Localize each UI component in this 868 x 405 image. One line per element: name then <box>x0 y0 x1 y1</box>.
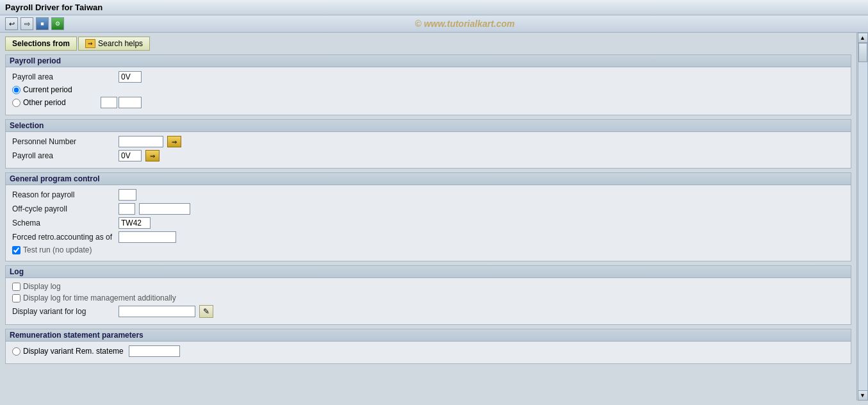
scrollbar: ▲ ▼ <box>856 33 868 401</box>
scroll-up-arrow[interactable]: ▲ <box>858 33 868 43</box>
display-log-time-checkbox[interactable] <box>12 294 20 302</box>
arrow-right-icon: ⇒ <box>85 39 95 48</box>
reason-for-payroll-row: Reason for payroll <box>12 189 844 201</box>
scroll-thumb[interactable] <box>858 43 867 62</box>
selection-payroll-area-label: Payroll area <box>12 151 115 160</box>
reason-for-payroll-label: Reason for payroll <box>12 190 115 199</box>
general-program-control-header: General program control <box>6 173 851 185</box>
display-variant-edit-btn[interactable]: ✎ <box>199 305 213 318</box>
payroll-period-section: Payroll period Payroll area Current peri… <box>5 54 851 115</box>
other-period-radio[interactable] <box>12 99 20 107</box>
selection-header: Selection <box>6 120 851 132</box>
off-cycle-payroll-row: Off-cycle payroll <box>12 203 844 215</box>
display-log-checkbox[interactable] <box>12 283 20 291</box>
scroll-track[interactable] <box>858 43 868 390</box>
schema-input[interactable] <box>119 217 151 229</box>
personnel-number-label: Personnel Number <box>12 137 115 146</box>
display-variant-log-input[interactable] <box>119 306 195 317</box>
current-period-label: Current period <box>23 85 72 94</box>
general-program-control-section: General program control Reason for payro… <box>5 172 851 261</box>
forced-retro-label: Forced retro.accounting as of <box>12 233 115 242</box>
payroll-period-header: Payroll period <box>6 55 851 67</box>
display-log-time-row: Display log for time management addition… <box>12 293 844 302</box>
scroll-down-arrow[interactable]: ▼ <box>858 390 868 401</box>
selection-section: Selection Personnel Number ⇒ Payroll are… <box>5 119 851 169</box>
other-period-input2[interactable] <box>119 97 142 108</box>
display-log-label: Display log <box>23 282 61 291</box>
log-section: Log Display log Display log for time man… <box>5 265 851 325</box>
forced-retro-input[interactable] <box>119 231 176 243</box>
config-icon[interactable]: ⚙ <box>51 17 64 30</box>
test-run-checkbox[interactable] <box>12 246 20 254</box>
reason-for-payroll-input[interactable] <box>119 189 136 201</box>
personnel-number-input[interactable] <box>119 136 163 147</box>
current-period-radio[interactable] <box>12 86 20 94</box>
personnel-number-row: Personnel Number ⇒ <box>12 136 844 147</box>
remuneration-section: Remuneration statement parameters Displa… <box>5 329 851 364</box>
off-cycle-input1[interactable] <box>119 203 135 215</box>
test-run-label: Test run (no update) <box>23 245 92 254</box>
payroll-area-input[interactable] <box>119 71 142 83</box>
back-icon[interactable]: ↩ <box>5 17 18 30</box>
display-variant-log-row: Display variant for log ✎ <box>12 305 844 318</box>
off-cycle-payroll-label: Off-cycle payroll <box>12 204 115 213</box>
personnel-number-nav-btn[interactable]: ⇒ <box>167 136 181 147</box>
test-run-row: Test run (no update) <box>12 245 844 254</box>
display-variant-rem-row: Display variant Rem. stateme <box>12 345 844 357</box>
remuneration-header: Remuneration statement parameters <box>6 329 851 342</box>
selection-payroll-area-nav-btn[interactable]: ⇒ <box>145 150 160 161</box>
search-helps-button[interactable]: ⇒ Search helps <box>78 37 150 51</box>
schema-label: Schema <box>12 219 115 227</box>
display-log-time-label: Display log for time management addition… <box>23 293 176 302</box>
selection-payroll-area-row: Payroll area ⇒ <box>12 150 844 161</box>
selection-payroll-area-input[interactable] <box>119 150 142 161</box>
current-period-row: Current period <box>12 85 844 94</box>
other-period-row: Other period <box>12 97 844 108</box>
watermark: © www.tutorialkart.com <box>67 19 863 29</box>
log-header: Log <box>6 266 851 278</box>
title-bar: Payroll Driver for Taiwan <box>0 0 868 15</box>
other-period-label: Other period <box>23 98 66 107</box>
other-period-input1[interactable] <box>101 97 117 108</box>
display-log-row: Display log <box>12 282 844 291</box>
payroll-area-row: Payroll area <box>12 71 844 83</box>
page-title: Payroll Driver for Taiwan <box>5 3 102 12</box>
forced-retro-row: Forced retro.accounting as of <box>12 231 844 243</box>
off-cycle-input2[interactable] <box>139 203 190 215</box>
display-variant-rem-radio[interactable] <box>12 347 20 356</box>
display-variant-rem-input[interactable] <box>129 345 180 357</box>
display-variant-log-label: Display variant for log <box>12 307 115 316</box>
forward-icon[interactable]: ⇨ <box>20 17 33 30</box>
save-icon[interactable]: ■ <box>36 17 49 30</box>
toolbar: ↩ ⇨ ■ ⚙ © www.tutorialkart.com <box>0 15 868 33</box>
schema-row: Schema <box>12 217 844 229</box>
selections-from-button[interactable]: Selections from <box>5 37 77 51</box>
payroll-area-label: Payroll area <box>12 72 115 81</box>
display-variant-rem-label: Display variant Rem. stateme <box>23 347 124 356</box>
